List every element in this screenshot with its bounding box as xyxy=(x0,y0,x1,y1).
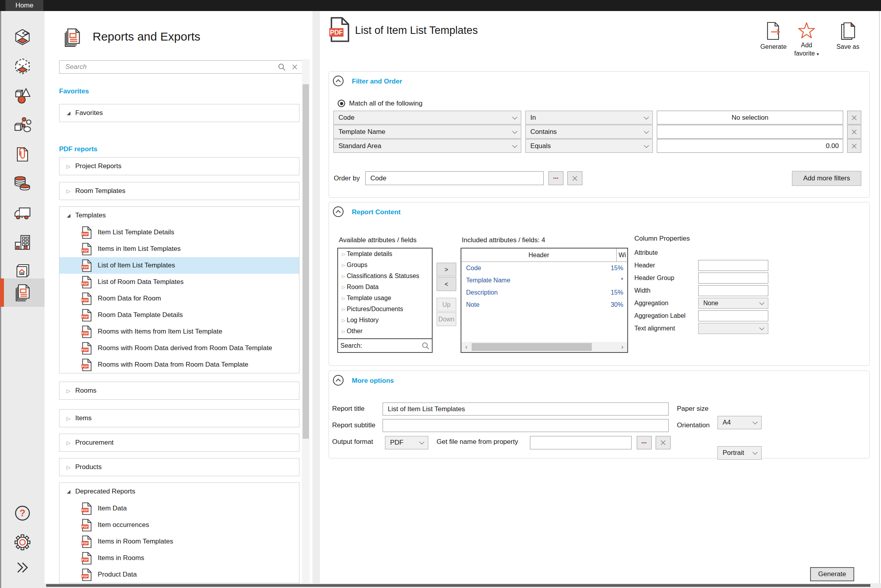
filter-value-field[interactable]: 0.00 xyxy=(657,139,843,153)
list-item[interactable]: ▷Template usage xyxy=(338,293,432,304)
collapse-triangle-icon[interactable]: ▷ xyxy=(59,415,74,421)
sidebar-item-reports-selected[interactable] xyxy=(0,278,45,307)
group-header-deprecated[interactable]: ◢ Deprecated Reports xyxy=(59,483,299,500)
move-down-button[interactable]: Down xyxy=(437,312,456,326)
list-item[interactable]: ▷Classifications & Statuses xyxy=(338,271,432,282)
list-item[interactable]: ▷Template details xyxy=(338,249,432,260)
operator-dropdown[interactable]: Equals xyxy=(525,139,653,153)
list-item[interactable]: Rooms with Items from Item List Template xyxy=(59,323,299,340)
group-room-templates[interactable]: ▷ Room Templates xyxy=(59,182,299,200)
aggregation-dropdown[interactable]: None xyxy=(698,298,768,309)
left-panel-scrollbar-thumb[interactable] xyxy=(303,84,309,439)
table-row[interactable]: Template Name* xyxy=(461,274,627,286)
table-row[interactable]: Note30% xyxy=(461,299,627,311)
table-row[interactable]: Description15% xyxy=(461,286,627,299)
bottom-scrollbar-thumb[interactable] xyxy=(46,584,870,587)
collapse-section-button[interactable] xyxy=(333,375,344,386)
order-by-input[interactable] xyxy=(370,174,539,183)
output-format-dropdown[interactable]: PDF xyxy=(385,436,428,449)
text-alignment-dropdown[interactable] xyxy=(698,323,768,334)
list-item[interactable]: List of Room Data Templates xyxy=(59,274,299,290)
list-item[interactable]: Item occurrences xyxy=(59,517,299,533)
group-products[interactable]: ▷ Products xyxy=(59,458,299,476)
add-more-filters-button[interactable]: Add more filters xyxy=(792,171,861,186)
group-header-templates[interactable]: ◢ Templates xyxy=(59,207,299,224)
group-items[interactable]: ▷ Items xyxy=(59,409,299,427)
filename-more-button[interactable]: ••• xyxy=(637,436,652,449)
list-item[interactable]: Item Data xyxy=(59,500,299,517)
list-item[interactable]: Rooms with Room Data derived from Room D… xyxy=(59,340,299,356)
collapse-triangle-icon[interactable]: ▷ xyxy=(338,274,347,279)
group-rooms[interactable]: ▷ Rooms xyxy=(59,382,299,400)
aggregation-label-input[interactable] xyxy=(703,312,764,320)
group-procurement[interactable]: ▷ Procurement xyxy=(59,434,299,452)
search-input[interactable] xyxy=(59,63,278,71)
catalog-icon[interactable] xyxy=(13,262,32,281)
move-up-button[interactable]: Up xyxy=(437,298,456,312)
header-input[interactable] xyxy=(703,262,764,269)
attachment-icon[interactable] xyxy=(13,145,32,164)
attribute-dropdown[interactable]: Standard Area xyxy=(333,139,521,153)
move-left-button[interactable]: < xyxy=(437,277,456,291)
building-icon[interactable] xyxy=(13,233,32,252)
list-item[interactable]: Item List Template Details xyxy=(59,224,299,241)
collapse-triangle-icon[interactable]: ▷ xyxy=(59,163,74,169)
list-item[interactable]: Product Data xyxy=(59,566,299,583)
collapse-triangle-icon[interactable]: ▷ xyxy=(338,285,347,290)
list-item-selected[interactable]: List of Item List Templates xyxy=(59,257,299,274)
filter-value-field[interactable]: No selection xyxy=(657,111,843,124)
collapse-section-button[interactable] xyxy=(333,206,344,217)
collapse-triangle-icon[interactable]: ▷ xyxy=(59,188,74,194)
filename-clear-button[interactable] xyxy=(656,436,671,449)
collapse-triangle-icon[interactable]: ▷ xyxy=(338,307,347,312)
model-outline-icon[interactable] xyxy=(13,57,32,76)
logistics-icon[interactable] xyxy=(13,204,32,223)
orientation-dropdown[interactable]: Portrait xyxy=(717,446,762,460)
model-icon[interactable] xyxy=(13,28,32,47)
header-group-input[interactable] xyxy=(703,274,764,282)
scroll-left-icon[interactable]: ‹ xyxy=(461,342,471,352)
scrollbar-thumb[interactable] xyxy=(472,343,592,351)
expand-icon[interactable] xyxy=(13,558,32,577)
collapse-triangle-icon[interactable]: ▷ xyxy=(338,252,347,257)
filter-value-field[interactable] xyxy=(657,125,843,139)
collapse-triangle-icon[interactable]: ▷ xyxy=(59,464,74,470)
operator-dropdown[interactable]: In xyxy=(525,111,653,124)
settings-icon[interactable] xyxy=(13,533,32,552)
move-right-button[interactable]: > xyxy=(437,263,456,276)
order-by-more-button[interactable]: ••• xyxy=(548,171,563,185)
collapse-section-button[interactable] xyxy=(333,76,344,86)
clear-search-icon[interactable] xyxy=(291,63,298,70)
collapse-triangle-icon[interactable]: ▷ xyxy=(338,329,347,334)
expand-triangle-icon[interactable]: ◢ xyxy=(59,489,74,494)
report-title-input[interactable] xyxy=(387,405,664,414)
add-favorite-button[interactable]: Add favorite ▾ xyxy=(788,22,825,58)
collapse-triangle-icon[interactable]: ▷ xyxy=(59,440,74,446)
table-horizontal-scrollbar[interactable]: ‹ › xyxy=(461,342,627,352)
search-icon[interactable] xyxy=(278,63,286,71)
list-item[interactable]: Room Data Template Details xyxy=(59,307,299,323)
list-item[interactable]: ▷Groups xyxy=(338,260,432,271)
group-favorites[interactable]: ◢ Favorites xyxy=(59,104,299,122)
list-item[interactable]: ▷Other xyxy=(338,326,432,337)
remove-filter-button[interactable] xyxy=(847,111,861,124)
attributes-search-row[interactable]: Search: xyxy=(338,338,432,352)
match-all-radio[interactable] xyxy=(338,100,345,107)
clear-order-button[interactable] xyxy=(567,171,582,185)
list-item[interactable]: Items in Room Templates xyxy=(59,533,299,550)
collapse-triangle-icon[interactable]: ▷ xyxy=(338,296,347,301)
report-subtitle-input[interactable] xyxy=(387,421,664,430)
list-item[interactable]: Rooms with Room Data from Room Data Temp… xyxy=(59,356,299,373)
list-item[interactable]: ▷Log History xyxy=(338,315,432,326)
list-item[interactable]: ▷Room Data xyxy=(338,282,432,293)
network-icon[interactable] xyxy=(13,115,32,134)
generate-button[interactable]: Generate xyxy=(810,567,854,581)
list-item[interactable]: Items in Item List Templates xyxy=(59,241,299,257)
generate-action-button[interactable]: Generate xyxy=(755,21,792,51)
width-input[interactable] xyxy=(703,287,764,295)
shapes-icon[interactable] xyxy=(13,86,32,105)
collapse-triangle-icon[interactable]: ▷ xyxy=(338,318,347,323)
expand-triangle-icon[interactable]: ◢ xyxy=(59,213,74,218)
attribute-dropdown[interactable]: Code xyxy=(333,111,521,124)
table-row[interactable]: Code15% xyxy=(461,262,627,274)
